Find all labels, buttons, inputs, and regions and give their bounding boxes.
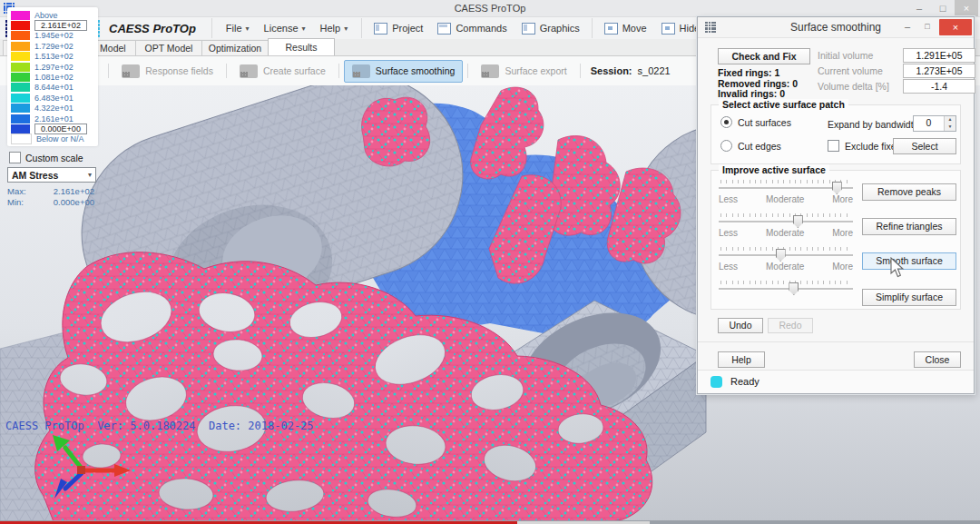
close-button[interactable]: × (955, 0, 978, 16)
dialog-minimize-button[interactable]: – (897, 20, 917, 35)
dialog-close-button[interactable]: Close (914, 351, 961, 368)
undo-button[interactable]: Undo (718, 318, 763, 333)
tab-optimization[interactable]: Optimization (201, 40, 269, 55)
response-fields-button[interactable]: Response fields (113, 60, 221, 83)
redo-button[interactable]: Redo (768, 318, 813, 333)
menu-license[interactable]: License▾ (257, 20, 313, 36)
scale-label-moderate: Moderate (766, 228, 804, 243)
min-label: Min: (7, 197, 24, 208)
surface-smoothing-button[interactable]: Surface smoothing (344, 60, 464, 83)
max-value: 2.161e+02 (54, 186, 94, 197)
remove-peaks-button[interactable]: Remove peaks (862, 183, 956, 201)
refine-triangles-button[interactable]: Refine triangles (862, 218, 956, 235)
stepper-up-icon[interactable]: ▲ (945, 116, 956, 124)
minimize-button[interactable]: – (907, 0, 931, 16)
slider-thumb[interactable] (776, 249, 786, 262)
video-progress-bar[interactable] (0, 520, 980, 524)
ring-counter: Fixed rings: 1 (718, 67, 798, 78)
legend-row: 6.483e+01 (11, 93, 96, 103)
legend-row: 0.000E+00 (11, 124, 96, 133)
slider-thumb[interactable] (832, 182, 842, 194)
select-button[interactable]: Select (893, 138, 956, 154)
surface-smoothing-dialog: Surface smoothing – □ × Check and Fix Fi… (697, 16, 975, 394)
create-surface-button[interactable]: Create surface (231, 60, 334, 83)
legend-tick-label: 1.513e+02 (34, 52, 74, 61)
smoothing-slider[interactable] (719, 180, 853, 193)
legend-swatch (11, 83, 30, 92)
surface-smoothing-icon (352, 64, 370, 78)
stepper-down-icon[interactable]: ▼ (945, 124, 956, 131)
menu-file[interactable]: File▾ (219, 20, 257, 36)
button-label: Move (622, 23, 647, 34)
toolbar-separator (226, 64, 227, 78)
legend-swatch (11, 52, 30, 61)
check-and-fix-button[interactable]: Check and Fix (718, 48, 810, 64)
slider-scale-labels: LessModerateMore (719, 194, 853, 210)
simplify-surface-button[interactable]: Simplify surface (862, 289, 956, 306)
slider-ticks (720, 247, 851, 251)
menu-label: License (264, 23, 299, 34)
legend-row: 1.729e+02 (11, 41, 96, 51)
dialog-titlebar[interactable]: Surface smoothing – □ × (698, 17, 974, 38)
patch-group-title: Select active surface patch (719, 99, 848, 110)
legend-swatch (11, 63, 30, 72)
volume-value[interactable]: 1.291E+05 (903, 48, 975, 63)
volume-value[interactable]: 1.273E+05 (903, 64, 975, 78)
legend-bound-value[interactable]: 2.161E+02 (34, 20, 87, 31)
legend-row: 1.081e+02 (11, 72, 96, 82)
tab-opt-model[interactable]: OPT Model (135, 40, 202, 55)
legend-bound-value[interactable]: 0.000E+00 (34, 124, 87, 134)
main-titlebar: CAESS ProTOp – □ × (0, 0, 980, 17)
legend-row: 1.513e+02 (11, 52, 96, 62)
legend-tick-label: 8.644e+01 (34, 83, 74, 92)
legend-swatch (11, 31, 30, 40)
min-value: 0.000e+00 (54, 197, 94, 208)
graphics-button[interactable]: Graphics (516, 20, 585, 37)
scale-label-moderate: Moderate (766, 262, 804, 277)
slider-thumb[interactable] (789, 282, 799, 295)
legend-swatch (11, 21, 30, 30)
tab-results[interactable]: Results (268, 38, 335, 55)
version-watermark: CAESS ProTOp Ver: 5.0.180224 Date: 2018-… (5, 420, 314, 432)
surface-export-button[interactable]: Surface export (473, 60, 574, 83)
move-button[interactable]: Move (599, 20, 652, 37)
smooth-surface-button[interactable]: Smooth surface (862, 252, 956, 270)
toolbar-separator (108, 64, 109, 78)
legend-row: 2.161e+01 (11, 114, 96, 124)
smoothing-slider[interactable] (719, 281, 853, 293)
volume-row: Volume delta [%]-1.4 (818, 79, 975, 93)
dialog-maximize-button[interactable]: □ (917, 20, 937, 35)
bandwidth-value: 0 (914, 116, 944, 131)
cut-surfaces-radio[interactable]: Cut surfaces (720, 116, 791, 128)
smoothing-slider[interactable] (719, 213, 853, 226)
result-field-dropdown[interactable]: AM Stress ▾ (7, 167, 96, 183)
mouse-cursor (890, 257, 905, 278)
bandwidth-stepper[interactable]: 0 ▲▼ (913, 115, 956, 132)
create-surface-icon (240, 64, 258, 78)
expand-bandwidth-label: Expand by bandwidth (828, 119, 918, 130)
legend-swatch (11, 11, 30, 20)
chevron-down-icon: ▾ (302, 25, 306, 33)
slider-scale-labels: LessModerateMore (719, 262, 853, 277)
smoothing-slider[interactable] (719, 247, 853, 260)
commands-button[interactable]: Commands (432, 20, 512, 37)
checkbox-box (828, 140, 839, 152)
custom-scale-checkbox[interactable] (9, 152, 21, 163)
volume-label: Initial volume (818, 50, 897, 61)
custom-scale-row: Custom scale (9, 152, 98, 163)
cut-edges-radio[interactable]: Cut edges (720, 140, 781, 152)
scale-label-more: More (832, 194, 853, 210)
project-button[interactable]: Project (368, 20, 428, 37)
menu-label: File (226, 23, 242, 34)
response-fields-icon (122, 64, 140, 78)
patch-group: Select active surface patch Cut surfaces… (710, 104, 961, 164)
help-button[interactable]: Help (718, 351, 765, 368)
exclude-fixed-checkbox[interactable]: Exclude fixed (828, 140, 901, 152)
volume-value[interactable]: -1.4 (903, 79, 975, 94)
maximize-button[interactable]: □ (931, 0, 955, 16)
menu-help[interactable]: Help▾ (313, 20, 356, 36)
slider-thumb[interactable] (793, 215, 803, 228)
slider-track (719, 288, 853, 291)
dialog-close-icon[interactable]: × (939, 19, 972, 35)
legend-swatch (11, 124, 30, 133)
